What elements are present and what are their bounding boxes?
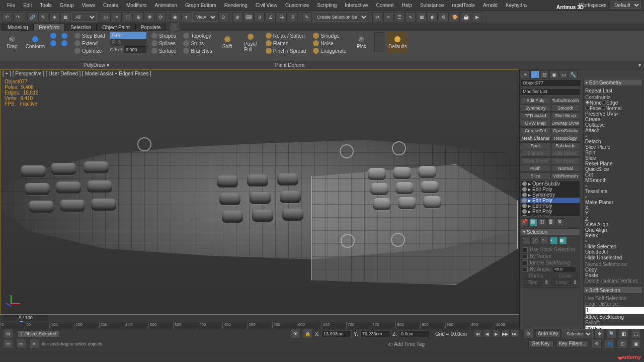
tess-settings-icon[interactable]: ▫ bbox=[585, 194, 587, 200]
mod-slicer[interactable]: Slicer Mirror bbox=[521, 157, 550, 164]
slice-plane-button[interactable]: Slice Plane bbox=[585, 144, 640, 150]
mod-shell[interactable]: Shell bbox=[521, 142, 550, 149]
mod-subdivide[interactable]: Subdivide bbox=[551, 142, 581, 149]
spinner-snap-button[interactable]: ⚲ bbox=[288, 12, 298, 22]
unhide-button[interactable]: Unhide All bbox=[585, 249, 640, 255]
menu-graph-editors[interactable]: Graph Editors bbox=[181, 2, 220, 9]
link-button[interactable]: 🔗 bbox=[27, 12, 37, 22]
frame-indicator[interactable]: 0 / 100 bbox=[3, 315, 48, 321]
menu-tools[interactable]: Tools bbox=[36, 2, 55, 9]
make-unique-icon[interactable]: ◫ bbox=[539, 218, 547, 226]
hide-sel-button[interactable]: Hide Selected bbox=[585, 244, 640, 249]
flatten-button[interactable]: Flatten bbox=[264, 40, 308, 47]
modify-tab-icon[interactable]: ☄ bbox=[530, 70, 539, 78]
nav-zoom-ext-icon[interactable]: ⊡ bbox=[618, 339, 628, 349]
tab-populate[interactable]: Populate bbox=[135, 24, 166, 31]
expand-icon[interactable]: ▸ bbox=[528, 181, 531, 187]
splines-button[interactable]: Splines bbox=[149, 40, 178, 47]
menu-edit[interactable]: Edit bbox=[19, 2, 36, 9]
select-region-button[interactable]: ⬚ bbox=[123, 12, 133, 22]
angle-spinner[interactable] bbox=[553, 266, 576, 273]
script-rec-icon[interactable]: ▭ bbox=[16, 339, 26, 349]
mirror-button[interactable]: ⇄ bbox=[372, 12, 382, 22]
schematic-button[interactable]: ▦ bbox=[60, 12, 70, 22]
nav-region-icon[interactable]: ▣ bbox=[631, 339, 641, 349]
use-stack-check[interactable] bbox=[523, 247, 528, 252]
eye-icon[interactable] bbox=[522, 182, 527, 186]
use-center-button[interactable]: ⊙ bbox=[218, 12, 228, 22]
extend-button[interactable]: Extend bbox=[72, 40, 107, 47]
lock-icon[interactable]: 🔒 bbox=[303, 329, 313, 339]
menu-create[interactable]: Create bbox=[99, 2, 122, 9]
menu-help[interactable]: Help bbox=[397, 2, 416, 9]
ignore-bf-check[interactable] bbox=[523, 260, 528, 265]
modifier-list-dropdown[interactable]: Modifier List bbox=[521, 88, 580, 96]
configure-sets-icon[interactable]: ⚙ bbox=[557, 218, 565, 226]
strips-button[interactable]: Strips bbox=[181, 40, 214, 47]
view-align-button[interactable]: View Align bbox=[585, 222, 640, 227]
grid-button[interactable]: Grid bbox=[110, 32, 146, 39]
pin-stack-icon[interactable]: 📌 bbox=[521, 218, 529, 226]
attach-button[interactable]: Attach bbox=[585, 128, 640, 133]
select-name-button[interactable]: ≡ bbox=[112, 12, 122, 22]
maxscript-icon[interactable]: M bbox=[3, 329, 13, 339]
split-button[interactable]: Split bbox=[585, 150, 640, 155]
conform-relax-icon[interactable] bbox=[59, 40, 69, 47]
named-sel-dropdown[interactable]: Create Selection Se bbox=[313, 13, 368, 22]
branches-button[interactable]: Branches bbox=[181, 47, 214, 54]
polygon-subobj-icon[interactable]: ▪ bbox=[550, 237, 558, 245]
conform-move-icon[interactable] bbox=[48, 32, 58, 39]
key-filters-button[interactable]: Key Filters... bbox=[556, 340, 589, 347]
named-sel-button[interactable]: ✎ bbox=[302, 12, 312, 22]
cut-button[interactable]: Cut bbox=[585, 172, 640, 177]
menu-arnold[interactable]: Arnold bbox=[479, 2, 502, 9]
show-end-result-icon[interactable]: ▦ bbox=[530, 218, 538, 226]
edit-geometry-rollout[interactable]: Edit Geometry bbox=[583, 79, 642, 86]
nav-pan-icon[interactable]: ✥ bbox=[595, 329, 605, 339]
mod-retopology[interactable]: Retopology bbox=[551, 135, 581, 142]
mod-uvw-map[interactable]: UVW Map bbox=[521, 120, 550, 127]
mod-normal[interactable]: Normal bbox=[551, 165, 581, 172]
ref-coord-dropdown[interactable]: View bbox=[192, 13, 217, 22]
nav-zoom-icon[interactable]: 🔍 bbox=[607, 329, 617, 339]
tab-object-paint[interactable]: Object Paint bbox=[97, 24, 135, 31]
drag-tool[interactable]: ↖Drag bbox=[2, 32, 22, 53]
create-tab-icon[interactable]: + bbox=[521, 70, 530, 78]
mod-ffd[interactable]: FFD 4x4x4 bbox=[521, 112, 550, 119]
timeline[interactable]: 0 / 100 05010015020025030035040045050055… bbox=[0, 315, 519, 329]
percent-snap-button[interactable]: % bbox=[277, 12, 287, 22]
menu-animation[interactable]: Animation bbox=[151, 2, 181, 9]
smudge-button[interactable]: Smudge bbox=[311, 32, 348, 39]
eye-icon[interactable] bbox=[522, 187, 527, 192]
material-button[interactable]: ◐ bbox=[428, 12, 438, 22]
keyboard-button[interactable]: ⌨ bbox=[244, 12, 254, 22]
planar-z-button[interactable]: Z bbox=[585, 216, 592, 222]
surface-button[interactable]: Surface bbox=[149, 47, 178, 54]
by-angle-check[interactable] bbox=[523, 267, 528, 272]
mod-creaseset[interactable]: CreaseSet bbox=[521, 127, 550, 134]
planar-x-button[interactable]: X bbox=[585, 205, 592, 211]
menu-interactive[interactable]: Interactive bbox=[341, 2, 372, 9]
element-subobj-icon[interactable]: ◼ bbox=[559, 237, 567, 245]
key-tgt-dropdown[interactable]: Selected bbox=[562, 329, 593, 338]
render-setup-button[interactable]: ⚙ bbox=[439, 12, 449, 22]
repeat-last-button[interactable]: Repeat Last bbox=[585, 88, 640, 94]
vertex-subobj-icon[interactable]: · bbox=[523, 237, 531, 245]
grow-button[interactable]: Grow bbox=[551, 273, 578, 279]
mod-smooth[interactable]: Smooth bbox=[551, 105, 581, 112]
relax-settings-icon[interactable]: ▫ bbox=[585, 238, 587, 244]
unlink-button[interactable]: ✎ bbox=[38, 12, 48, 22]
redo-button[interactable]: ↷ bbox=[13, 12, 23, 22]
slice-button[interactable]: Slice bbox=[585, 155, 640, 161]
eye-icon[interactable] bbox=[522, 204, 527, 208]
relax-button[interactable]: Relax / Soften bbox=[264, 32, 308, 39]
shrink-button[interactable]: Shrink bbox=[523, 273, 549, 279]
attach-list-icon[interactable]: ▫ bbox=[585, 133, 587, 139]
workspaces-selector[interactable]: Workspaces: Default bbox=[579, 2, 641, 9]
nav-orbit-icon[interactable]: ⟲ bbox=[592, 339, 602, 349]
shift-tool[interactable]: Shift bbox=[217, 32, 237, 53]
z-input[interactable] bbox=[399, 330, 429, 337]
tessellate-button[interactable]: Tessellate bbox=[585, 189, 640, 194]
menu-civil-view[interactable]: Civil View bbox=[252, 2, 281, 9]
selection-filter[interactable]: All bbox=[71, 13, 97, 22]
